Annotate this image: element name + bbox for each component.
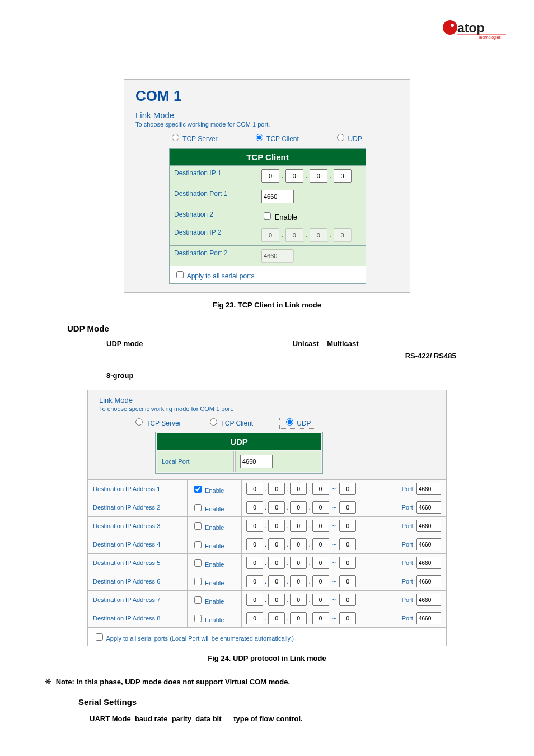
enable-checkbox[interactable]: Enable — [192, 506, 224, 512]
link-mode-label: Link Mode — [99, 396, 435, 404]
udp-address-row: Destination IP Address 4 Enable . . . ~ … — [88, 535, 446, 554]
radio-tcp-server[interactable]: TCP Server — [133, 419, 181, 427]
ip-octet[interactable] — [290, 483, 307, 495]
enable-checkbox[interactable]: Enable — [192, 580, 224, 586]
link-mode-subtitle: To choose specific working mode for COM … — [99, 405, 435, 412]
radio-udp[interactable]: UDP — [334, 135, 362, 143]
port-input[interactable] — [416, 520, 441, 532]
ip-octet[interactable] — [310, 169, 327, 183]
local-port-input[interactable] — [240, 455, 273, 468]
ip-octet[interactable] — [290, 520, 307, 532]
ip-octet[interactable] — [290, 612, 307, 624]
enable-checkbox[interactable]: Enable — [192, 524, 224, 531]
radio-udp[interactable]: UDP — [279, 418, 315, 429]
enable-checkbox[interactable]: Enable — [192, 617, 224, 623]
ip-octet[interactable] — [268, 612, 285, 624]
ip-octet[interactable] — [290, 557, 307, 569]
ip-octet[interactable] — [339, 575, 356, 587]
port-input[interactable] — [416, 594, 441, 606]
ip-octet[interactable] — [290, 575, 307, 587]
ip-octet[interactable] — [246, 538, 263, 550]
com1-panel: COM 1 Link Mode To choose specific worki… — [124, 79, 410, 293]
ip-octet[interactable] — [246, 594, 263, 606]
apply-all-checkbox[interactable]: Apply to all serial ports — [174, 272, 254, 280]
top-divider — [34, 62, 500, 62]
tcp-client-header: TCP Client — [170, 149, 366, 165]
ip-octet[interactable] — [334, 169, 352, 183]
ip-octet[interactable] — [268, 520, 285, 532]
dest-port-1[interactable] — [261, 190, 294, 203]
ip-octet[interactable] — [268, 575, 285, 587]
local-port-label: Local Port — [157, 451, 234, 472]
ip-octet[interactable] — [268, 594, 285, 606]
ip-octet[interactable] — [312, 483, 329, 495]
ip-octet[interactable] — [339, 538, 356, 550]
dest2-enable-checkbox[interactable]: Enable — [261, 213, 297, 221]
enable-checkbox[interactable]: Enable — [192, 543, 224, 549]
udp-address-table: Destination IP Address 1 Enable . . . ~ … — [88, 479, 446, 628]
table-row: Destination Port 1 — [170, 186, 366, 207]
ip-octet[interactable] — [290, 501, 307, 514]
enable-checkbox[interactable]: Enable — [192, 598, 224, 605]
ip-octet[interactable] — [285, 169, 303, 183]
port-input[interactable] — [416, 575, 441, 587]
ip-octet[interactable] — [246, 612, 263, 624]
ip-octet[interactable] — [268, 557, 285, 569]
dest-ip-2: . . . — [257, 225, 366, 245]
table-row: Destination Port 2 — [170, 245, 366, 266]
brand-logo: atop Technologies — [439, 17, 506, 46]
port-input[interactable] — [416, 557, 441, 569]
figure-23-caption: Fig 23. TCP Client in Link mode — [34, 301, 500, 309]
ip-octet[interactable] — [312, 575, 329, 587]
port-input[interactable] — [416, 612, 441, 624]
svg-text:atop: atop — [457, 21, 485, 35]
ip-octet[interactable] — [290, 594, 307, 606]
udp-mode-paragraph-1: UDP mode Unicast Multicast RS-422/ RS485 — [106, 338, 467, 362]
ip-octet[interactable] — [312, 612, 329, 624]
ip-octet — [285, 228, 303, 242]
port-input[interactable] — [416, 538, 441, 550]
enable-checkbox[interactable]: Enable — [192, 487, 224, 494]
ip-octet[interactable] — [312, 557, 329, 569]
ip-octet[interactable] — [268, 538, 285, 550]
ip-octet[interactable] — [246, 575, 263, 587]
ip-octet[interactable] — [246, 557, 263, 569]
table-row: Destination IP 2 . . . — [170, 225, 366, 245]
link-mode-subtitle: To choose specific working mode for COM … — [135, 121, 399, 128]
ip-octet[interactable] — [339, 594, 356, 606]
ip-octet[interactable] — [268, 483, 285, 495]
radio-tcp-client[interactable]: TCP Client — [207, 419, 253, 427]
serial-settings-line: UART Mode baud rate parity data bit type… — [90, 715, 500, 723]
ip-octet[interactable] — [246, 483, 263, 495]
udp-header: UDP — [157, 433, 321, 450]
radio-tcp-server[interactable]: TCP Server — [169, 135, 218, 143]
port-input[interactable] — [416, 501, 441, 514]
udp-address-row: Destination IP Address 6 Enable . . . ~ … — [88, 572, 446, 591]
ip-octet[interactable] — [290, 538, 307, 550]
enable-checkbox[interactable]: Enable — [192, 561, 224, 568]
udp-panel: Link Mode To choose specific working mod… — [87, 390, 447, 646]
ip-octet[interactable] — [312, 538, 329, 550]
ip-octet[interactable] — [339, 612, 356, 624]
ip-octet[interactable] — [312, 594, 329, 606]
ip-octet[interactable] — [339, 483, 356, 495]
dest-ip-1: . . . — [257, 166, 366, 186]
note-line: ❋ Note: In this phase, UDP mode does not… — [45, 677, 500, 686]
ip-octet[interactable] — [246, 501, 263, 514]
ip-octet[interactable] — [246, 520, 263, 532]
radio-tcp-client[interactable]: TCP Client — [253, 135, 299, 143]
apply-all-udp-checkbox[interactable]: Apply to all serial ports (Local Port wi… — [93, 635, 294, 642]
eight-group-label: 8-group — [106, 371, 133, 380]
dest-port-2 — [261, 249, 294, 263]
ip-octet — [334, 228, 352, 242]
udp-address-row: Destination IP Address 1 Enable . . . ~ … — [88, 480, 446, 498]
ip-octet[interactable] — [312, 520, 329, 532]
port-input[interactable] — [416, 483, 441, 495]
ip-octet[interactable] — [268, 501, 285, 514]
ip-octet[interactable] — [339, 520, 356, 532]
svg-text:Technologies: Technologies — [478, 35, 501, 40]
ip-octet[interactable] — [339, 501, 356, 514]
ip-octet[interactable] — [261, 169, 279, 183]
ip-octet[interactable] — [312, 501, 329, 514]
ip-octet[interactable] — [339, 557, 356, 569]
